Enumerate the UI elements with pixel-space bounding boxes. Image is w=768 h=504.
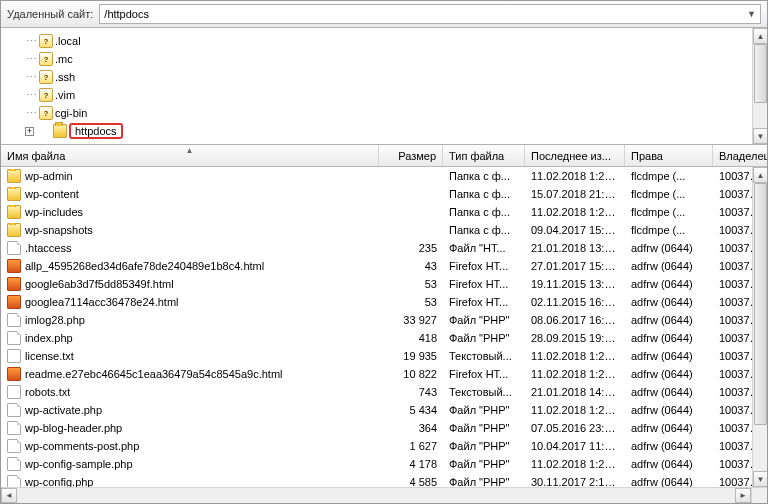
file-name: wp-includes <box>25 206 83 218</box>
file-list-panel: ▲Имя файла Размер Тип файла Последнее из… <box>1 145 767 503</box>
tree-item[interactable]: ⋯? .mc <box>9 50 750 68</box>
col-type[interactable]: Тип файла <box>443 145 525 166</box>
file-size: 53 <box>379 278 443 290</box>
file-row[interactable]: wp-config.php4 585Файл "PHP"30.11.2017 2… <box>1 473 767 487</box>
file-perm: adfrw (0644) <box>625 350 713 362</box>
file-row[interactable]: wp-adminПапка с ф...11.02.2018 1:21...fl… <box>1 167 767 185</box>
file-date: 21.01.2018 14:2... <box>525 386 625 398</box>
file-type: Текстовый... <box>443 386 525 398</box>
folder-icon <box>7 205 21 219</box>
file-icon <box>7 403 21 417</box>
file-type: Текстовый... <box>443 350 525 362</box>
file-type: Папка с ф... <box>443 224 525 236</box>
col-perm[interactable]: Права <box>625 145 713 166</box>
file-row[interactable]: wp-contentПапка с ф...15.07.2018 21:4...… <box>1 185 767 203</box>
file-size: 19 935 <box>379 350 443 362</box>
scroll-up-icon[interactable]: ▲ <box>753 28 767 44</box>
file-type: Файл "PHP" <box>443 458 525 470</box>
file-row[interactable]: wp-activate.php5 434Файл "PHP"11.02.2018… <box>1 401 767 419</box>
file-date: 10.04.2017 11:4... <box>525 440 625 452</box>
firefox-icon <box>7 277 21 291</box>
col-name[interactable]: ▲Имя файла <box>1 145 379 166</box>
file-type: Файл "PHP" <box>443 332 525 344</box>
file-name: readme.e27ebc46645c1eaa36479a54c8545a9c.… <box>25 368 283 380</box>
scroll-down-icon[interactable]: ▼ <box>753 471 768 487</box>
col-size[interactable]: Размер <box>379 145 443 166</box>
col-date[interactable]: Последнее из... <box>525 145 625 166</box>
file-size: 5 434 <box>379 404 443 416</box>
file-perm: adfrw (0644) <box>625 422 713 434</box>
list-scrollbar[interactable]: ▲ ▼ <box>752 167 768 487</box>
file-row[interactable]: wp-comments-post.php1 627Файл "PHP"10.04… <box>1 437 767 455</box>
file-type: Firefox HT... <box>443 278 525 290</box>
file-perm: adfrw (0644) <box>625 332 713 344</box>
scroll-down-icon[interactable]: ▼ <box>753 128 767 144</box>
file-list[interactable]: wp-adminПапка с ф...11.02.2018 1:21...fl… <box>1 167 767 487</box>
tree-scrollbar[interactable]: ▲ ▼ <box>752 28 767 144</box>
file-icon <box>7 241 21 255</box>
file-row[interactable]: allp_4595268ed34d6afe78de240489e1b8c4.ht… <box>1 257 767 275</box>
tree-item[interactable]: ⋯? .local <box>9 32 750 50</box>
file-row[interactable]: wp-includesПапка с ф...11.02.2018 1:21..… <box>1 203 767 221</box>
unknown-icon: ? <box>39 88 53 102</box>
folder-icon <box>7 169 21 183</box>
file-icon <box>7 313 21 327</box>
file-type: Firefox HT... <box>443 368 525 380</box>
text-file-icon <box>7 349 21 363</box>
tree-item[interactable]: ⋯? cgi-bin <box>9 104 750 122</box>
file-row[interactable]: googlea7114acc36478e24.html53Firefox HT.… <box>1 293 767 311</box>
file-row[interactable]: google6ab3d7f5dd85349f.html53Firefox HT.… <box>1 275 767 293</box>
file-name: wp-snapshots <box>25 224 93 236</box>
file-icon <box>7 421 21 435</box>
file-icon <box>7 475 21 487</box>
file-icon <box>7 331 21 345</box>
file-date: 19.11.2015 13:2... <box>525 278 625 290</box>
file-date: 08.06.2017 16:3... <box>525 314 625 326</box>
file-perm: adfrw (0644) <box>625 404 713 416</box>
file-row[interactable]: imlog28.php33 927Файл "PHP"08.06.2017 16… <box>1 311 767 329</box>
tree-label: .ssh <box>55 71 75 83</box>
file-row[interactable]: license.txt19 935Текстовый...11.02.2018 … <box>1 347 767 365</box>
file-name: index.php <box>25 332 73 344</box>
file-name: wp-config.php <box>25 476 94 487</box>
file-perm: flcdmpe (... <box>625 170 713 182</box>
site-label: Удаленный сайт: <box>7 8 93 20</box>
file-date: 21.01.2018 13:0... <box>525 242 625 254</box>
file-row[interactable]: robots.txt743Текстовый...21.01.2018 14:2… <box>1 383 767 401</box>
path-dropdown[interactable]: /httpdocs ▼ <box>99 4 761 24</box>
folder-icon <box>7 223 21 237</box>
tree-item[interactable]: ⋯? .ssh <box>9 68 750 86</box>
scroll-left-icon[interactable]: ◄ <box>1 488 17 503</box>
tree-item[interactable]: + httpdocs <box>9 122 750 140</box>
file-row[interactable]: wp-snapshotsПапка с ф...09.04.2017 15:0.… <box>1 221 767 239</box>
file-perm: adfrw (0644) <box>625 386 713 398</box>
scroll-right-icon[interactable]: ► <box>735 488 751 503</box>
file-perm: adfrw (0644) <box>625 260 713 272</box>
firefox-icon <box>7 259 21 273</box>
h-scrollbar[interactable]: ◄ ► <box>1 487 767 503</box>
col-owner[interactable]: Владелец/Г <box>713 145 767 166</box>
file-perm: adfrw (0644) <box>625 458 713 470</box>
tree-connector: ⋯ <box>25 53 37 66</box>
expand-icon[interactable]: + <box>25 127 34 136</box>
site-bar: Удаленный сайт: /httpdocs ▼ <box>1 1 767 28</box>
tree-connector: ⋯ <box>25 35 37 48</box>
file-name: wp-comments-post.php <box>25 440 139 452</box>
file-row[interactable]: index.php418Файл "PHP"28.09.2015 19:1...… <box>1 329 767 347</box>
file-date: 07.05.2016 23:0... <box>525 422 625 434</box>
scroll-thumb[interactable] <box>754 183 767 425</box>
file-row[interactable]: readme.e27ebc46645c1eaa36479a54c8545a9c.… <box>1 365 767 383</box>
file-size: 33 927 <box>379 314 443 326</box>
file-row[interactable]: .htaccess235Файл "HT...21.01.2018 13:0..… <box>1 239 767 257</box>
tree-item[interactable]: ⋯? .vim <box>9 86 750 104</box>
folder-tree[interactable]: ⋯? .local⋯? .mc⋯? .ssh⋯? .vim⋯? cgi-bin+… <box>1 28 767 145</box>
file-name: wp-activate.php <box>25 404 102 416</box>
tree-label: cgi-bin <box>55 107 87 119</box>
file-size: 743 <box>379 386 443 398</box>
folder-icon <box>7 187 21 201</box>
scroll-thumb[interactable] <box>754 44 767 103</box>
file-row[interactable]: wp-blog-header.php364Файл "PHP"07.05.201… <box>1 419 767 437</box>
file-name: license.txt <box>25 350 74 362</box>
scroll-up-icon[interactable]: ▲ <box>753 167 768 183</box>
file-row[interactable]: wp-config-sample.php4 178Файл "PHP"11.02… <box>1 455 767 473</box>
